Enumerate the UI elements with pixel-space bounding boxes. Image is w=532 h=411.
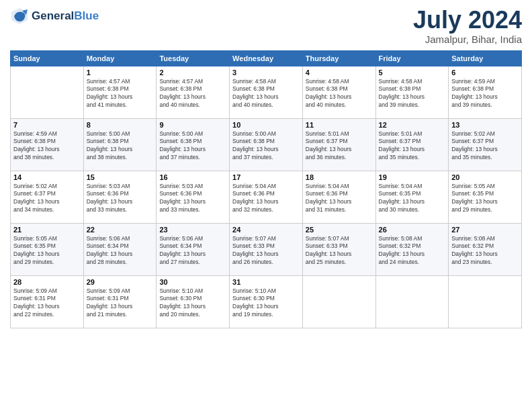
day-info: Sunrise: 5:04 AM Sunset: 6:35 PM Dayligh… xyxy=(379,183,446,215)
day-info: Sunrise: 5:06 AM Sunset: 6:34 PM Dayligh… xyxy=(159,235,226,267)
day-info: Sunrise: 5:08 AM Sunset: 6:32 PM Dayligh… xyxy=(379,235,446,267)
day-info: Sunrise: 5:10 AM Sunset: 6:30 PM Dayligh… xyxy=(232,287,300,320)
logo-icon xyxy=(10,7,29,26)
day-number: 5 xyxy=(379,68,446,77)
calendar-cell: 10Sunrise: 5:00 AM Sunset: 6:38 PM Dayli… xyxy=(230,118,303,171)
day-number: 27 xyxy=(451,226,519,234)
day-number: 31 xyxy=(232,278,300,286)
page: GeneralBlue July 2024 Jamalpur, Bihar, I… xyxy=(0,0,532,411)
calendar-cell: 19Sunrise: 5:04 AM Sunset: 6:35 PM Dayli… xyxy=(375,171,449,223)
calendar-title: July 2024 xyxy=(413,7,522,34)
calendar-table: Sunday Monday Tuesday Wednesday Thursday… xyxy=(10,50,522,328)
calendar-cell: 18Sunrise: 5:04 AM Sunset: 6:36 PM Dayli… xyxy=(302,171,375,223)
calendar-cell: 26Sunrise: 5:08 AM Sunset: 6:32 PM Dayli… xyxy=(375,223,449,275)
calendar-week-row: 28Sunrise: 5:09 AM Sunset: 6:31 PM Dayli… xyxy=(11,275,522,328)
day-number: 6 xyxy=(451,68,519,77)
calendar-cell: 25Sunrise: 5:07 AM Sunset: 6:33 PM Dayli… xyxy=(302,223,375,275)
calendar-cell: 9Sunrise: 5:00 AM Sunset: 6:38 PM Daylig… xyxy=(157,118,230,171)
calendar-cell: 27Sunrise: 5:08 AM Sunset: 6:32 PM Dayli… xyxy=(449,223,522,275)
day-number: 28 xyxy=(13,278,81,286)
calendar-week-row: 7Sunrise: 4:59 AM Sunset: 6:38 PM Daylig… xyxy=(11,118,522,171)
calendar-week-row: 21Sunrise: 5:05 AM Sunset: 6:35 PM Dayli… xyxy=(11,223,522,275)
day-number: 20 xyxy=(451,173,519,181)
day-number: 8 xyxy=(87,121,154,129)
day-info: Sunrise: 5:02 AM Sunset: 6:37 PM Dayligh… xyxy=(13,183,81,215)
calendar-cell xyxy=(375,275,449,328)
day-info: Sunrise: 4:59 AM Sunset: 6:38 PM Dayligh… xyxy=(13,130,81,163)
day-number: 9 xyxy=(159,121,226,129)
day-info: Sunrise: 5:03 AM Sunset: 6:36 PM Dayligh… xyxy=(159,183,226,215)
calendar-cell: 2Sunrise: 4:57 AM Sunset: 6:38 PM Daylig… xyxy=(157,66,230,118)
day-info: Sunrise: 4:57 AM Sunset: 6:38 PM Dayligh… xyxy=(87,78,154,110)
calendar-cell: 31Sunrise: 5:10 AM Sunset: 6:30 PM Dayli… xyxy=(230,275,303,328)
day-number: 16 xyxy=(159,173,226,181)
day-info: Sunrise: 4:58 AM Sunset: 6:38 PM Dayligh… xyxy=(306,78,373,110)
day-number: 26 xyxy=(379,226,446,234)
day-info: Sunrise: 5:05 AM Sunset: 6:35 PM Dayligh… xyxy=(451,183,519,215)
col-monday: Monday xyxy=(83,50,157,66)
calendar-cell: 22Sunrise: 5:06 AM Sunset: 6:34 PM Dayli… xyxy=(83,223,157,275)
day-info: Sunrise: 5:05 AM Sunset: 6:35 PM Dayligh… xyxy=(13,235,81,267)
day-info: Sunrise: 5:04 AM Sunset: 6:36 PM Dayligh… xyxy=(306,183,373,215)
calendar-cell: 20Sunrise: 5:05 AM Sunset: 6:35 PM Dayli… xyxy=(449,171,522,223)
header-row: Sunday Monday Tuesday Wednesday Thursday… xyxy=(11,50,522,66)
day-number: 7 xyxy=(13,121,81,129)
day-number: 29 xyxy=(87,278,154,286)
col-saturday: Saturday xyxy=(449,50,522,66)
calendar-cell: 12Sunrise: 5:01 AM Sunset: 6:37 PM Dayli… xyxy=(375,118,449,171)
calendar-cell: 24Sunrise: 5:07 AM Sunset: 6:33 PM Dayli… xyxy=(230,223,303,275)
day-number: 10 xyxy=(232,121,300,129)
calendar-cell: 13Sunrise: 5:02 AM Sunset: 6:37 PM Dayli… xyxy=(449,118,522,171)
calendar-week-row: 1Sunrise: 4:57 AM Sunset: 6:38 PM Daylig… xyxy=(11,66,522,118)
calendar-cell: 11Sunrise: 5:01 AM Sunset: 6:37 PM Dayli… xyxy=(302,118,375,171)
calendar-cell xyxy=(302,275,375,328)
col-wednesday: Wednesday xyxy=(230,50,303,66)
title-area: July 2024 Jamalpur, Bihar, India xyxy=(413,7,522,45)
day-number: 23 xyxy=(159,226,226,234)
col-thursday: Thursday xyxy=(302,50,375,66)
calendar-cell: 7Sunrise: 4:59 AM Sunset: 6:38 PM Daylig… xyxy=(11,118,84,171)
day-info: Sunrise: 5:01 AM Sunset: 6:37 PM Dayligh… xyxy=(379,130,446,163)
calendar-subtitle: Jamalpur, Bihar, India xyxy=(413,34,522,45)
day-info: Sunrise: 4:58 AM Sunset: 6:38 PM Dayligh… xyxy=(232,78,300,110)
calendar-cell: 1Sunrise: 4:57 AM Sunset: 6:38 PM Daylig… xyxy=(83,66,157,118)
day-info: Sunrise: 5:03 AM Sunset: 6:36 PM Dayligh… xyxy=(87,183,154,215)
day-number: 18 xyxy=(306,173,373,181)
calendar-cell: 6Sunrise: 4:59 AM Sunset: 6:38 PM Daylig… xyxy=(449,66,522,118)
day-info: Sunrise: 5:00 AM Sunset: 6:38 PM Dayligh… xyxy=(232,130,300,163)
calendar-cell xyxy=(449,275,522,328)
day-number: 24 xyxy=(232,226,300,234)
calendar-cell xyxy=(11,66,84,118)
day-info: Sunrise: 5:07 AM Sunset: 6:33 PM Dayligh… xyxy=(232,235,300,267)
col-sunday: Sunday xyxy=(11,50,84,66)
day-info: Sunrise: 5:00 AM Sunset: 6:38 PM Dayligh… xyxy=(159,130,226,163)
day-info: Sunrise: 5:01 AM Sunset: 6:37 PM Dayligh… xyxy=(306,130,373,163)
header: GeneralBlue July 2024 Jamalpur, Bihar, I… xyxy=(10,7,522,45)
day-info: Sunrise: 5:06 AM Sunset: 6:34 PM Dayligh… xyxy=(87,235,154,267)
day-info: Sunrise: 4:58 AM Sunset: 6:38 PM Dayligh… xyxy=(379,78,446,110)
logo-text: GeneralBlue xyxy=(32,9,99,23)
calendar-cell: 14Sunrise: 5:02 AM Sunset: 6:37 PM Dayli… xyxy=(11,171,84,223)
calendar-cell: 17Sunrise: 5:04 AM Sunset: 6:36 PM Dayli… xyxy=(230,171,303,223)
day-info: Sunrise: 5:08 AM Sunset: 6:32 PM Dayligh… xyxy=(451,235,519,267)
day-info: Sunrise: 5:04 AM Sunset: 6:36 PM Dayligh… xyxy=(232,183,300,215)
day-number: 12 xyxy=(379,121,446,129)
day-number: 21 xyxy=(13,226,81,234)
calendar-cell: 3Sunrise: 4:58 AM Sunset: 6:38 PM Daylig… xyxy=(230,66,303,118)
calendar-body: 1Sunrise: 4:57 AM Sunset: 6:38 PM Daylig… xyxy=(11,66,522,328)
day-number: 15 xyxy=(87,173,154,181)
day-info: Sunrise: 5:10 AM Sunset: 6:30 PM Dayligh… xyxy=(159,287,226,320)
logo-area: GeneralBlue xyxy=(10,7,99,26)
calendar-cell: 16Sunrise: 5:03 AM Sunset: 6:36 PM Dayli… xyxy=(157,171,230,223)
day-number: 3 xyxy=(232,68,300,77)
calendar-cell: 30Sunrise: 5:10 AM Sunset: 6:30 PM Dayli… xyxy=(157,275,230,328)
day-number: 19 xyxy=(379,173,446,181)
calendar-cell: 21Sunrise: 5:05 AM Sunset: 6:35 PM Dayli… xyxy=(11,223,84,275)
day-info: Sunrise: 5:09 AM Sunset: 6:31 PM Dayligh… xyxy=(87,287,154,320)
col-tuesday: Tuesday xyxy=(157,50,230,66)
day-info: Sunrise: 5:07 AM Sunset: 6:33 PM Dayligh… xyxy=(306,235,373,267)
day-number: 11 xyxy=(306,121,373,129)
day-info: Sunrise: 4:57 AM Sunset: 6:38 PM Dayligh… xyxy=(159,78,226,110)
calendar-header: Sunday Monday Tuesday Wednesday Thursday… xyxy=(11,50,522,66)
calendar-cell: 5Sunrise: 4:58 AM Sunset: 6:38 PM Daylig… xyxy=(375,66,449,118)
